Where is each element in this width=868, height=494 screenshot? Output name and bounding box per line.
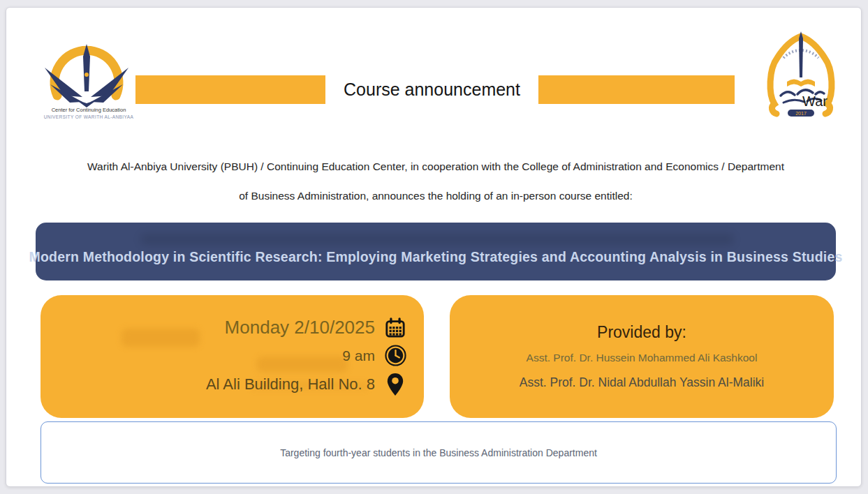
location-pin-icon [383,373,407,396]
course-title: Modern Methodology in Scientific Researc… [29,249,842,265]
course-time: 9 am [342,347,375,364]
date-row: Monday 2/10/2025 [225,317,407,338]
target-audience-box: Targeting fourth-year students in the Bu… [41,421,837,484]
location-row: Al Ali Building, Hall No. 8 [206,373,407,396]
intro-line-2: of Business Administration, announces th… [34,190,837,202]
ghost-artifact [122,329,200,347]
calendar-icon [383,317,407,338]
provider-name: Asst. Prof. Dr. Nidal Abdullah Yassin Al… [520,375,764,390]
crest-year: 2017 [795,111,807,116]
university-crest-icon: 2017 [763,29,839,133]
continuing-education-logo-icon [38,41,135,108]
flyer-card: Center for Continuing Education UNIVERSI… [6,7,862,487]
title-accent-bar-left [135,75,325,104]
left-logo-caption: Center for Continuing Education [38,107,140,113]
course-date: Monday 2/10/2025 [225,317,375,338]
time-row: 9 am [342,345,407,366]
intro-line-1: Warith Al-Anbiya University (PBUH) / Con… [34,160,837,173]
title-accent-bar-right [538,75,735,104]
right-university-logo: 2017 [763,29,839,133]
clock-icon [383,345,407,366]
providers-box: Provided by: Asst. Prof. Dr. Hussein Moh… [450,295,834,418]
page-title: Course announcement [325,75,538,104]
intro-paragraph: Warith Al-Anbiya University (PBUH) / Con… [34,160,837,202]
logo-overlay-text: War [802,93,827,110]
course-location: Al Ali Building, Hall No. 8 [206,375,375,394]
banner-ghost-text [140,234,734,245]
provided-by-heading: Provided by: [597,323,686,342]
left-university-logo: Center for Continuing Education UNIVERSI… [38,41,140,133]
left-logo-university-name: UNIVERSITY OF WARITH AL-ANBIYAA [38,114,140,119]
ghost-artifact [257,357,348,372]
provider-name: Asst. Prof. Dr. Hussein Mohammed Ali Kas… [527,352,758,364]
course-title-banner: Modern Methodology in Scientific Researc… [36,223,836,280]
target-audience-text: Targeting fourth-year students in the Bu… [280,447,597,458]
schedule-box: Monday 2/10/2025 9 am [41,295,424,418]
